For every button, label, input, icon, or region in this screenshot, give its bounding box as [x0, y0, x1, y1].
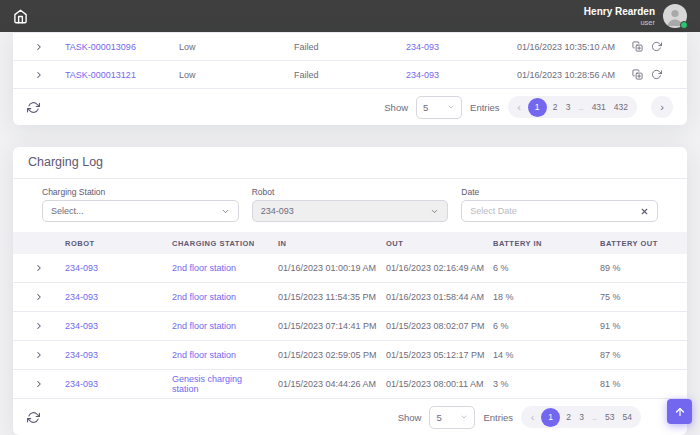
page-button[interactable]: 431	[588, 102, 610, 112]
robot-link[interactable]: 234-093	[65, 350, 172, 360]
app-header: Henry Rearden user	[0, 0, 700, 32]
charging-station-link[interactable]: 2nd floor station	[172, 350, 278, 360]
retry-task-icon[interactable]	[651, 41, 662, 52]
avatar[interactable]	[663, 4, 687, 28]
clear-date-icon[interactable]	[640, 207, 649, 216]
page-size-select[interactable]: 5	[429, 406, 475, 429]
expand-row-chevron-icon[interactable]	[27, 379, 65, 389]
station-filter-value: Select...	[51, 206, 84, 216]
page-size-value: 5	[436, 412, 441, 423]
page-button[interactable]: 54	[619, 412, 636, 422]
page-button[interactable]: 1	[528, 98, 547, 117]
pages-ellipsis: ..	[575, 102, 588, 112]
out-time: 01/16/2023 02:16:49 AM	[386, 263, 493, 273]
task-robot-link[interactable]: 234-093	[406, 42, 517, 52]
in-time: 01/15/2023 04:44:26 AM	[278, 379, 386, 389]
online-status-dot	[680, 21, 688, 29]
station-filter-select[interactable]: Select...	[42, 200, 239, 222]
expand-row-chevron-icon[interactable]	[27, 292, 65, 302]
charging-log-header-row: Robot Charging Station In Out Battery In…	[13, 232, 687, 254]
home-icon	[13, 9, 28, 24]
charging-log-row: 234-093 Genesis charging station 01/15/2…	[13, 370, 687, 399]
charging-station-link[interactable]: 2nd floor station	[172, 292, 278, 302]
home-button[interactable]	[13, 9, 28, 24]
column-header-battery-out: Battery Out	[600, 239, 687, 248]
task-priority: Low	[179, 42, 294, 52]
charging-log-filters: Charging Station Select... Robot 234-093…	[13, 179, 687, 232]
task-table-card: TASK-000013096 Low Failed 234-093 01/16/…	[13, 32, 687, 125]
chevron-down-icon	[460, 413, 468, 421]
page-button[interactable]: 432	[610, 102, 632, 112]
task-created-time: 01/16/2023 10:35:10 AM	[517, 42, 632, 52]
date-filter-label: Date	[461, 187, 658, 197]
battery-out-value: 81 %	[600, 379, 687, 389]
robot-link[interactable]: 234-093	[65, 263, 172, 273]
page-button[interactable]: 3	[575, 412, 588, 422]
prev-page-button[interactable]: ‹	[513, 101, 526, 113]
charging-log-footer: Show 5 Entries ‹ 1 2 3 .. 53 54	[13, 399, 687, 435]
charging-pagination: ‹ 1 2 3 .. 53 54	[521, 406, 641, 428]
user-name: Henry Rearden	[584, 6, 655, 18]
column-header-robot: Robot	[65, 239, 172, 248]
in-time: 01/16/2023 01:00:19 AM	[278, 263, 386, 273]
column-header-battery-in: Battery In	[493, 239, 600, 248]
page-button[interactable]: 1	[541, 408, 560, 427]
battery-in-value: 18 %	[493, 292, 600, 302]
page-button[interactable]: 3	[562, 102, 575, 112]
battery-out-value: 75 %	[600, 292, 687, 302]
user-menu[interactable]: Henry Rearden user	[584, 4, 687, 28]
expand-row-chevron-icon[interactable]	[27, 70, 65, 80]
task-id-link[interactable]: TASK-000013121	[65, 70, 179, 80]
scroll-to-top-button[interactable]	[667, 399, 692, 424]
expand-row-chevron-icon[interactable]	[27, 350, 65, 360]
charging-log-row: 234-093 2nd floor station 01/15/2023 02:…	[13, 341, 687, 370]
charging-station-link[interactable]: 2nd floor station	[172, 263, 278, 273]
out-time: 01/16/2023 01:58:44 AM	[386, 292, 493, 302]
next-page-button[interactable]: ›	[651, 96, 673, 118]
copy-task-icon[interactable]	[632, 41, 643, 52]
battery-out-value: 89 %	[600, 263, 687, 273]
page-button[interactable]: 2	[549, 102, 562, 112]
task-status: Failed	[294, 42, 406, 52]
chevron-down-icon	[221, 207, 230, 216]
out-time: 01/15/2023 05:12:17 PM	[386, 350, 493, 360]
pages-ellipsis: ..	[588, 412, 601, 422]
charging-station-link[interactable]: Genesis charging station	[172, 374, 278, 395]
robot-link[interactable]: 234-093	[65, 292, 172, 302]
robot-link[interactable]: 234-093	[65, 379, 172, 389]
in-time: 01/15/2023 02:59:05 PM	[278, 350, 386, 360]
station-filter-label: Charging Station	[42, 187, 239, 197]
copy-task-icon[interactable]	[632, 69, 643, 80]
charging-station-link[interactable]: 2nd floor station	[172, 321, 278, 331]
retry-task-icon[interactable]	[651, 69, 662, 80]
out-time: 01/15/2023 08:00:11 AM	[386, 379, 493, 389]
in-time: 01/15/2023 07:14:41 PM	[278, 321, 386, 331]
page-button[interactable]: 2	[562, 412, 575, 422]
battery-in-value: 14 %	[493, 350, 600, 360]
task-row: TASK-000013096 Low Failed 234-093 01/16/…	[13, 33, 687, 61]
show-label: Show	[384, 102, 408, 113]
task-status: Failed	[294, 70, 406, 80]
expand-row-chevron-icon[interactable]	[27, 42, 65, 52]
date-filter-input[interactable]: Select Date	[461, 200, 658, 222]
battery-in-value: 6 %	[493, 263, 600, 273]
expand-row-chevron-icon[interactable]	[27, 321, 65, 331]
task-robot-link[interactable]: 234-093	[406, 70, 517, 80]
page-size-value: 5	[423, 102, 428, 113]
battery-out-value: 87 %	[600, 350, 687, 360]
chevron-down-icon	[430, 207, 439, 216]
page-button[interactable]: 53	[601, 412, 618, 422]
robot-filter-select[interactable]: 234-093	[252, 200, 449, 222]
refresh-icon[interactable]	[27, 411, 40, 424]
column-header-out: Out	[386, 239, 493, 248]
robot-link[interactable]: 234-093	[65, 321, 172, 331]
refresh-icon[interactable]	[27, 101, 40, 114]
user-role: user	[584, 18, 655, 27]
task-row: TASK-000013121 Low Failed 234-093 01/16/…	[13, 61, 687, 89]
battery-in-value: 3 %	[493, 379, 600, 389]
prev-page-button[interactable]: ‹	[526, 411, 539, 423]
page-size-select[interactable]: 5	[416, 96, 462, 119]
column-header-in: In	[278, 239, 386, 248]
task-id-link[interactable]: TASK-000013096	[65, 42, 179, 52]
expand-row-chevron-icon[interactable]	[27, 263, 65, 273]
